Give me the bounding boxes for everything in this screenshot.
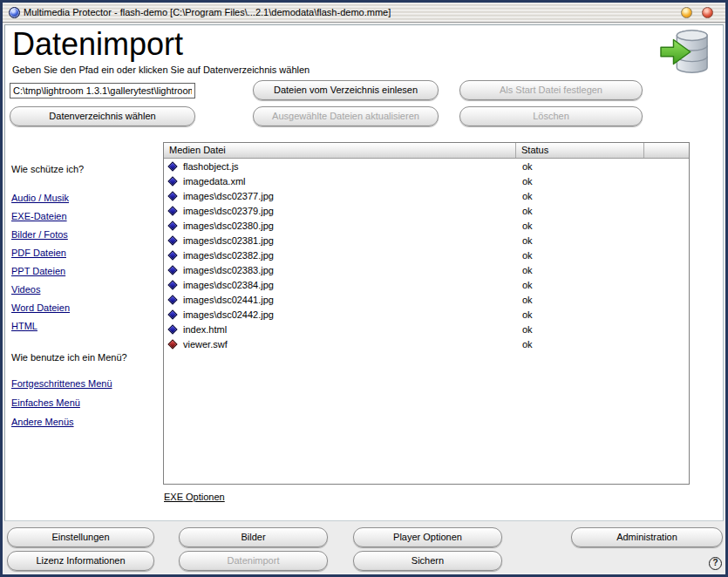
read-files-button[interactable]: Dateien vom Verzeichnis einlesen	[253, 80, 439, 100]
protect-links: Audio / Musik EXE-Dateien Bilder / Fotos…	[11, 189, 70, 336]
table-header[interactable]: Medien Datei Status	[164, 143, 689, 159]
table-row[interactable]: images\dsc02380.jpg ok	[164, 218, 689, 233]
file-diamond-icon	[167, 161, 177, 171]
status-cell: ok	[516, 250, 644, 261]
column-header-status[interactable]: Status	[516, 143, 644, 158]
file-name: flashobject.js	[183, 161, 239, 172]
save-button[interactable]: Sichern	[353, 551, 502, 571]
file-cell: images\dsc02382.jpg	[164, 250, 516, 261]
sidebar-link[interactable]: HTML	[11, 317, 70, 336]
app-icon	[9, 7, 20, 18]
table-row[interactable]: images\dsc02383.jpg ok	[164, 262, 689, 277]
column-header-file[interactable]: Medien Datei	[164, 143, 516, 158]
file-name: images\dsc02380.jpg	[183, 221, 274, 231]
menu-heading: Wie benutze ich ein Menü?	[11, 352, 127, 363]
window-title: Multimedia Protector - flash-demo [C:\Pr…	[24, 3, 391, 23]
page-subtitle: Geben Sie den Pfad ein oder klicken Sie …	[12, 64, 310, 75]
data-import-button[interactable]: Datenimport	[179, 551, 328, 571]
table-row[interactable]: imagedata.xml ok	[164, 173, 689, 188]
file-cell: images\dsc02441.jpg	[164, 295, 516, 305]
file-cell: images\dsc02379.jpg	[164, 206, 516, 216]
exe-options-link[interactable]: EXE Optionen	[164, 492, 225, 502]
file-diamond-icon	[167, 221, 177, 230]
page-title: Datenimport	[12, 26, 183, 63]
file-diamond-icon	[167, 250, 177, 260]
sidebar-link[interactable]: Bilder / Fotos	[11, 226, 70, 244]
delete-button[interactable]: Löschen	[459, 106, 643, 126]
file-name: images\dsc02383.jpg	[183, 265, 274, 275]
close-button[interactable]	[702, 7, 713, 18]
file-name: images\dsc02442.jpg	[183, 309, 274, 320]
file-cell: viewer.swf	[164, 339, 516, 350]
table-row[interactable]: index.html ok	[164, 322, 689, 336]
status-cell: ok	[516, 176, 644, 187]
sidebar-link[interactable]: Audio / Musik	[11, 189, 70, 207]
status-cell: ok	[516, 265, 644, 275]
table-row[interactable]: images\dsc02382.jpg ok	[164, 248, 689, 262]
set-start-file-button[interactable]: Als Start Datei festlegen	[459, 80, 643, 100]
table-row[interactable]: images\dsc02379.jpg ok	[164, 203, 689, 218]
file-name: images\dsc02384.jpg	[183, 280, 274, 290]
minimize-button[interactable]	[681, 7, 692, 18]
status-cell: ok	[516, 280, 644, 290]
database-import-icon	[658, 28, 712, 77]
column-header-extra[interactable]	[644, 143, 689, 158]
status-cell: ok	[516, 161, 644, 172]
table-row[interactable]: images\dsc02441.jpg ok	[164, 292, 689, 307]
file-diamond-icon	[167, 339, 177, 349]
status-cell: ok	[516, 206, 644, 216]
sidebar-link[interactable]: Word Dateien	[11, 299, 70, 317]
table-row[interactable]: images\dsc02442.jpg ok	[164, 307, 689, 322]
player-options-button[interactable]: Player Optionen	[353, 527, 502, 547]
sidebar-link[interactable]: PPT Dateien	[11, 262, 70, 281]
file-diamond-icon	[167, 295, 177, 304]
status-cell: ok	[516, 221, 644, 231]
file-name: viewer.swf	[183, 339, 228, 350]
choose-directory-button[interactable]: Datenverzeichnis wählen	[10, 106, 195, 126]
file-name: images\dsc02381.jpg	[183, 235, 274, 246]
file-cell: imagedata.xml	[164, 176, 516, 187]
table-row[interactable]: images\dsc02377.jpg ok	[164, 188, 689, 203]
file-name: imagedata.xml	[183, 176, 246, 187]
file-cell: index.html	[164, 324, 516, 335]
sidebar-link[interactable]: Andere Menüs	[11, 412, 112, 431]
file-diamond-icon	[167, 191, 177, 200]
table-row[interactable]: images\dsc02381.jpg ok	[164, 233, 689, 248]
file-diamond-icon	[167, 309, 177, 319]
help-icon[interactable]: ?	[709, 557, 722, 570]
table-row[interactable]: flashobject.js ok	[164, 159, 689, 173]
file-cell: images\dsc02381.jpg	[164, 235, 516, 246]
sidebar-link[interactable]: Videos	[11, 281, 70, 299]
file-diamond-icon	[167, 235, 177, 245]
file-name: index.html	[183, 324, 227, 335]
file-name: images\dsc02379.jpg	[183, 206, 274, 216]
file-cell: images\dsc02384.jpg	[164, 280, 516, 290]
file-cell: images\dsc02377.jpg	[164, 191, 516, 201]
sidebar-link[interactable]: EXE-Dateien	[11, 207, 70, 226]
file-diamond-icon	[167, 280, 177, 289]
settings-button[interactable]: Einstellungen	[7, 527, 154, 547]
status-cell: ok	[516, 295, 644, 305]
file-diamond-icon	[167, 206, 177, 215]
images-button[interactable]: Bilder	[179, 527, 328, 547]
sidebar-link[interactable]: Einfaches Menü	[11, 393, 112, 412]
file-cell: images\dsc02380.jpg	[164, 221, 516, 231]
license-info-button[interactable]: Lizenz Informationen	[7, 551, 154, 571]
sidebar-link[interactable]: Fortgeschrittenes Menü	[11, 374, 112, 393]
file-cell: images\dsc02442.jpg	[164, 309, 516, 320]
file-name: images\dsc02441.jpg	[183, 295, 274, 305]
file-name: images\dsc02377.jpg	[183, 191, 274, 201]
administration-button[interactable]: Administration	[571, 527, 723, 547]
table-body: flashobject.js ok imagedata.xml ok i	[164, 159, 689, 351]
status-cell: ok	[516, 339, 644, 350]
titlebar[interactable]: Multimedia Protector - flash-demo [C:\Pr…	[3, 3, 725, 23]
file-cell: flashobject.js	[164, 161, 516, 172]
file-diamond-icon	[167, 265, 177, 275]
table-row[interactable]: images\dsc02384.jpg ok	[164, 277, 689, 292]
sidebar-link[interactable]: PDF Dateien	[11, 244, 70, 262]
file-name: images\dsc02382.jpg	[183, 250, 274, 261]
update-selected-button[interactable]: Ausgewählte Dateien aktualisieren	[253, 106, 439, 126]
table-row[interactable]: viewer.swf ok	[164, 336, 689, 351]
status-cell: ok	[516, 324, 644, 335]
data-path-input[interactable]	[10, 83, 195, 98]
